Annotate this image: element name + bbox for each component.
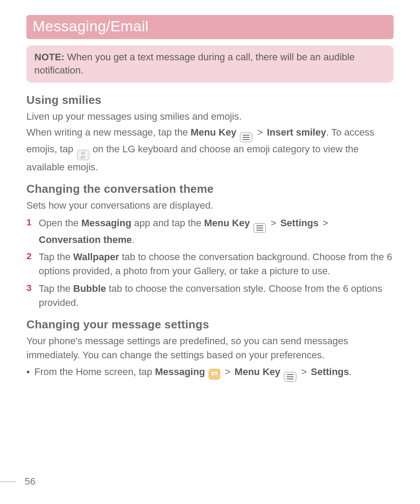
separator-gt: >	[300, 365, 308, 379]
heading-using-smilies: Using smilies	[26, 93, 394, 107]
settings-intro: Your phone's message settings are predef…	[26, 334, 394, 362]
heading-conversation-theme: Changing the conversation theme	[26, 182, 394, 196]
footer: 56	[0, 476, 35, 487]
messaging-app-icon	[209, 369, 220, 379]
text-fragment: When writing a new message, tap the	[26, 127, 191, 138]
text-fragment: Tap the	[39, 251, 73, 262]
separator-gt: >	[269, 216, 278, 230]
step-2: 2 Tap the Wallpaper tab to choose the co…	[26, 250, 394, 278]
settings-bullets: • From the Home screen, tap Messaging > …	[26, 365, 394, 382]
step-3: 3 Tap the Bubble tab to choose the conve…	[26, 282, 394, 310]
step-number: 3	[26, 282, 39, 293]
text-fragment: .	[132, 234, 135, 245]
bullet-body: From the Home screen, tap Messaging > Me…	[34, 365, 394, 382]
step-body: Tap the Wallpaper tab to choose the conv…	[39, 250, 394, 278]
separator-gt: >	[321, 216, 330, 230]
note-label: NOTE:	[34, 52, 64, 63]
text-fragment: app and tap the	[131, 217, 204, 228]
svg-point-1	[215, 373, 216, 374]
text-fragment: From the Home screen, tap	[34, 366, 155, 377]
label-menu-key: Menu Key	[191, 127, 236, 138]
page: Messaging/Email NOTE: When you get a tex…	[0, 0, 420, 504]
label-messaging-app: Messaging	[155, 366, 205, 377]
text-fragment: .	[349, 366, 352, 377]
menu-key-icon	[254, 223, 266, 233]
step-body: Tap the Bubble tab to choose the convers…	[39, 282, 394, 310]
text-fragment: Tap the	[39, 283, 73, 294]
bullet-item: • From the Home screen, tap Messaging > …	[26, 365, 394, 382]
theme-intro: Sets how your conversations are displaye…	[26, 199, 394, 213]
page-number: 56	[25, 476, 35, 487]
step-number: 2	[26, 250, 39, 261]
label-bubble: Bubble	[73, 283, 106, 294]
step-number: 1	[26, 216, 39, 228]
smilies-paragraph: When writing a new message, tap the Menu…	[26, 125, 394, 174]
label-menu-key: Menu Key	[235, 366, 280, 377]
label-wallpaper: Wallpaper	[73, 251, 119, 262]
label-settings: Settings	[280, 217, 319, 228]
separator-gt: >	[224, 365, 232, 379]
svg-point-0	[213, 373, 214, 374]
page-title: Messaging/Email	[33, 18, 387, 35]
smilies-intro: Liven up your messages using smilies and…	[26, 110, 394, 124]
note-text: When you get a text message during a cal…	[34, 52, 355, 76]
menu-key-icon	[284, 372, 296, 382]
label-conversation-theme: Conversation theme	[39, 234, 132, 245]
step-1: 1 Open the Messaging app and tap the Men…	[26, 216, 394, 247]
bullet-dot: •	[26, 365, 34, 379]
theme-steps: 1 Open the Messaging app and tap the Men…	[26, 216, 394, 310]
section-header-band: Messaging/Email	[26, 15, 394, 39]
separator-gt: >	[256, 125, 264, 140]
note-box: NOTE: When you get a text message during…	[26, 45, 394, 83]
emoji-keyboard-icon: ☺#!?	[77, 150, 89, 160]
step-body: Open the Messaging app and tap the Menu …	[39, 216, 394, 247]
text-fragment: Open the	[39, 217, 81, 228]
footer-rule	[0, 482, 16, 482]
menu-key-icon	[240, 132, 252, 142]
label-settings: Settings	[311, 366, 349, 377]
label-menu-key: Menu Key	[204, 217, 250, 228]
label-messaging-app: Messaging	[81, 217, 132, 228]
label-insert-smiley: Insert smiley	[267, 127, 326, 138]
text-fragment: on the LG keyboard and choose an emoji c…	[26, 143, 359, 173]
heading-message-settings: Changing your message settings	[26, 318, 394, 331]
